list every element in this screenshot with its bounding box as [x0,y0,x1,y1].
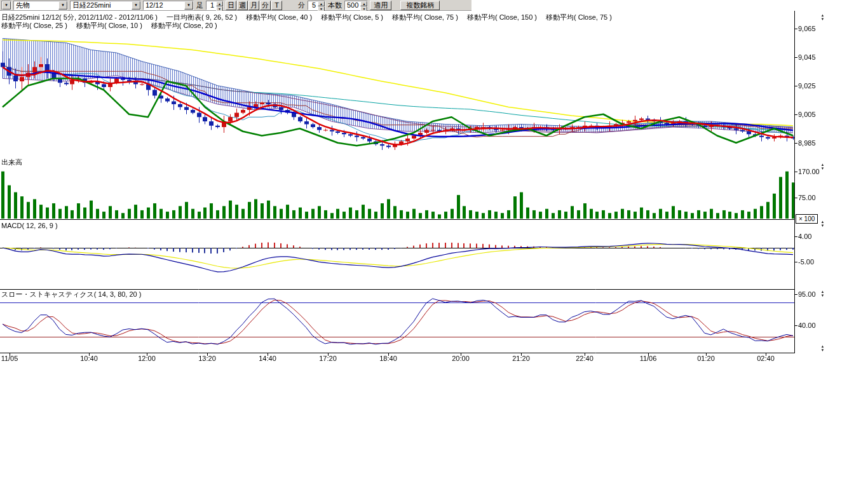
x-axis-label: 17:20 [319,355,337,362]
price-axis-label: 8,985 [798,139,816,147]
spin-up-icon[interactable]: ▲ [318,1,325,6]
multi-symbol-button[interactable]: 複数銘柄 [400,1,440,10]
panel-scale-spinner[interactable]: ▲▼ [819,220,826,227]
x-axis-label: 20:00 [452,355,470,362]
x-axis-label: 10:40 [80,355,98,362]
bar-interval-stepper[interactable]: 1 ▲ ▼ [206,1,224,10]
x-axis-label: 12:00 [138,355,156,362]
bar-count-value: 500 [345,1,360,9]
chevron-down-icon: ▼ [2,1,11,10]
price-axis-label: 9,045 [798,53,816,61]
macd-axis-label: 4.00 [798,233,811,240]
x-axis-label: 13:20 [198,355,216,362]
volume-panel-title: 出来高 [1,158,22,167]
chevron-down-icon: ▼ [58,1,67,10]
contract-month-select[interactable]: 12/12 ▼ [143,1,194,10]
macd-axis-label: -5.00 [798,258,814,266]
x-axis-label: 01:20 [697,355,715,362]
period-button-minute[interactable]: 分 [260,1,271,10]
scale-down-icon[interactable]: ▼ [819,294,826,297]
bar-count-label: 本数 [327,1,342,10]
chart-canvas[interactable] [0,11,832,358]
legend-item: 移動平均( Close, 75 ) [546,13,612,22]
legend-line2: 移動平均( Close, 25 )移動平均( Close, 10 )移動平均( … [1,21,217,30]
period-button-week[interactable]: 週 [237,1,248,10]
x-axis-label: 02:40 [757,355,775,362]
macd-panel-title: MACD( 12, 26, 9 ) [1,222,58,229]
minute-value-stepper[interactable]: 5 ▲ ▼ [308,1,325,10]
chevron-down-icon: ▼ [184,1,193,10]
market-type-select[interactable]: 先物 ▼ [13,1,68,10]
period-button-day[interactable]: 日 [226,1,236,10]
bar-count-stepper[interactable]: 500 ▲ ▼ [344,1,368,10]
price-axis-label: 9,005 [798,111,816,118]
x-axis-label: 22:40 [576,355,593,362]
bar-type-label: 足 [196,1,204,10]
legend-item: 移動平均( Close, 10 ) [76,21,142,30]
spin-up-icon[interactable]: ▲ [360,1,367,6]
stoch-axis-label: 40.00 [798,322,816,329]
panel-scale-spinner[interactable]: ▲▼ [819,13,826,21]
scale-down-icon[interactable]: ▼ [819,17,826,21]
contract-month-value: 12/12 [144,1,165,9]
apply-button[interactable]: 適用 [370,1,391,10]
scale-down-icon[interactable]: ▼ [819,224,826,227]
volume-multiplier-badge: × 100 [796,214,818,224]
chevron-down-icon: ▼ [132,1,140,10]
price-axis-label: 9,065 [798,25,816,32]
chart-workspace: 日経225mini 12/12( 5分, 2012/11/02 - 2012/1… [0,11,868,488]
legend-item: 移動平均( Close, 40 ) [246,13,312,22]
panel-scale-spinner[interactable]: ▲▼ [819,163,826,170]
minute-value: 5 [308,1,318,9]
volume-axis-label: 75.00 [798,194,816,201]
legend-item: 移動平均( Close, 20 ) [151,21,217,30]
x-axis-label: 11/06 [640,355,657,362]
symbol-select[interactable]: 日経225mini ▼ [70,1,141,10]
panel-scale-spinner[interactable]: ▲▼ [819,344,826,352]
empty-select[interactable]: ▼ [1,1,11,10]
legend-item: 移動平均( Close, 150 ) [467,13,537,22]
x-axis-label: 18:40 [379,355,397,362]
volume-axis-label: 170.00 [798,168,820,175]
x-axis-label: 14:40 [259,355,276,362]
period-button-month[interactable]: 月 [248,1,259,10]
x-axis-label: 11/05 [1,355,18,362]
scale-down-icon[interactable]: ▼ [819,348,826,352]
symbol-value: 日経225mini [71,1,113,10]
toolbar: ▼ 先物 ▼ 日経225mini ▼ 12/12 ▼ 足 1 ▲ ▼ 日週月分T… [0,0,471,11]
x-axis-label: 21:20 [512,355,530,362]
minute-unit-label: 分 [297,1,306,10]
period-button-group: 日週月分T [226,1,282,10]
bar-interval-value: 1 [207,1,216,9]
price-axis-label: 9,025 [798,82,816,90]
legend-item: 移動平均( Close, 75 ) [392,13,458,22]
market-type-value: 先物 [14,1,32,10]
legend-item: 移動平均( Close, 5 ) [321,13,383,22]
spin-up-icon[interactable]: ▲ [216,1,223,6]
stoch-axis-label: 95.00 [798,290,816,298]
scale-down-icon[interactable]: ▼ [819,166,826,170]
panel-scale-spinner[interactable]: ▲▼ [819,290,826,297]
stoch-panel-title: スロー・ストキャスティクス( 14, 3, 80, 20 ) [1,290,141,299]
legend-item: 移動平均( Close, 25 ) [1,21,67,30]
period-button-tick[interactable]: T [271,1,282,10]
